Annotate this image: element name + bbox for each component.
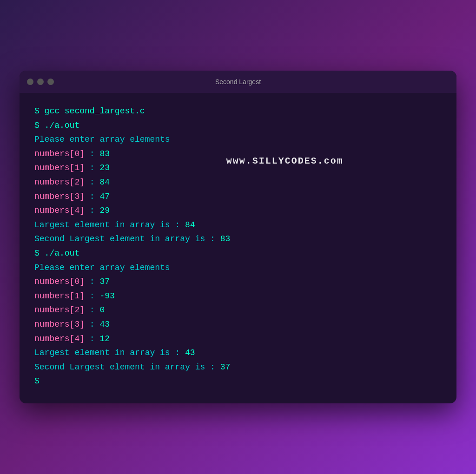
terminal-line: numbers[2] : 0 xyxy=(34,303,442,317)
terminal-line: numbers[3] : 47 xyxy=(34,190,442,204)
value: 12 xyxy=(99,334,110,343)
value: -93 xyxy=(99,291,114,301)
terminal-line: $ xyxy=(34,374,442,388)
close-dot xyxy=(27,79,33,85)
result-value: 84 xyxy=(185,220,195,230)
colon: : xyxy=(85,320,99,329)
value: 47 xyxy=(99,192,110,201)
terminal-line: Largest element in array is : 43 xyxy=(34,346,442,360)
command: ./a.out xyxy=(45,121,80,130)
terminal-output: Please enter array elements xyxy=(34,261,442,275)
terminal-line: numbers[4] : 29 xyxy=(34,204,442,218)
result-value: 37 xyxy=(220,362,231,372)
result-value: 83 xyxy=(220,234,231,244)
terminal-line: Largest element in array is : 84 xyxy=(34,218,442,232)
var-name: numbers[3] xyxy=(34,320,85,329)
watermark: www.SILLYCODES.com xyxy=(226,153,344,169)
colon: : xyxy=(85,149,99,158)
prompt: $ xyxy=(34,121,45,130)
var-name: numbers[1] xyxy=(34,163,85,172)
terminal-output: Please enter array elements xyxy=(34,132,442,147)
value: 43 xyxy=(99,320,110,329)
var-name: numbers[4] xyxy=(34,206,85,215)
colon: : xyxy=(85,277,99,286)
var-name: numbers[1] xyxy=(34,291,85,301)
titlebar: Second Largest xyxy=(20,71,456,93)
terminal-line: $ gcc second_largest.c xyxy=(34,104,442,118)
value: 0 xyxy=(99,305,105,315)
traffic-lights xyxy=(27,79,54,85)
value: 23 xyxy=(99,163,110,172)
prompt: $ xyxy=(34,106,45,116)
terminal-line: numbers[0] : 37 xyxy=(34,275,442,289)
terminal-line: numbers[2] : 84 xyxy=(34,175,442,190)
colon: : xyxy=(85,334,99,343)
var-name: numbers[3] xyxy=(34,192,85,201)
result-label: Second Largest element in array is : xyxy=(34,234,220,244)
colon: : xyxy=(85,206,99,215)
terminal-line: $ ./a.out xyxy=(34,118,442,133)
terminal-line: Second Largest element in array is : 83 xyxy=(34,232,442,246)
colon: : xyxy=(85,192,99,201)
result-label: Second Largest element in array is : xyxy=(34,362,220,372)
var-name: numbers[2] xyxy=(34,305,85,315)
window-title: Second Largest xyxy=(215,78,261,86)
colon: : xyxy=(85,163,99,172)
terminal-line: numbers[3] : 43 xyxy=(34,317,442,332)
colon: : xyxy=(85,305,99,315)
result-label: Largest element in array is : xyxy=(34,220,185,230)
prompt: $ xyxy=(34,249,45,258)
prompt: $ xyxy=(34,376,40,386)
result-label: Largest element in array is : xyxy=(34,348,185,357)
value: 29 xyxy=(99,206,110,215)
terminal-line: $ ./a.out xyxy=(34,246,442,261)
result-value: 43 xyxy=(185,348,195,357)
terminal-window: Second Largest www.SILLYCODES.com $ gcc … xyxy=(20,71,456,403)
terminal-body: www.SILLYCODES.com $ gcc second_largest.… xyxy=(20,93,456,403)
command: ./a.out xyxy=(45,249,80,258)
command: gcc second_largest.c xyxy=(45,106,145,116)
terminal-line: numbers[4] : 12 xyxy=(34,332,442,346)
var-name: numbers[4] xyxy=(34,334,85,343)
minimize-dot xyxy=(37,79,44,85)
var-name: numbers[0] xyxy=(34,149,85,158)
maximize-dot xyxy=(47,79,54,85)
var-name: numbers[2] xyxy=(34,178,85,187)
colon: : xyxy=(85,178,99,187)
colon: : xyxy=(85,291,99,301)
value: 37 xyxy=(99,277,110,286)
value: 83 xyxy=(99,149,110,158)
terminal-line: numbers[1] : -93 xyxy=(34,289,442,303)
value: 84 xyxy=(99,178,110,187)
terminal-line: Second Largest element in array is : 37 xyxy=(34,360,442,375)
var-name: numbers[0] xyxy=(34,277,85,286)
